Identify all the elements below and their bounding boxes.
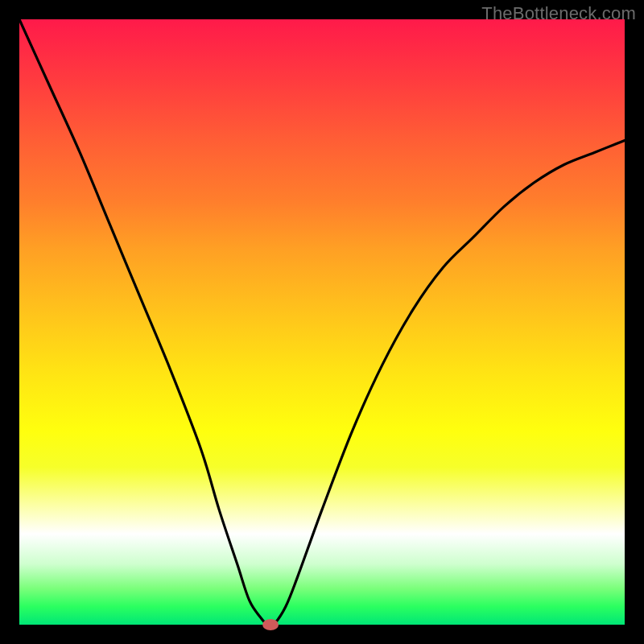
bottleneck-curve-path [19, 19, 625, 626]
min-marker [262, 619, 279, 630]
chart-frame: TheBottleneck.com [0, 0, 644, 644]
watermark-text: TheBottleneck.com [481, 3, 636, 24]
plot-area [19, 19, 625, 625]
curve-svg [19, 19, 625, 625]
